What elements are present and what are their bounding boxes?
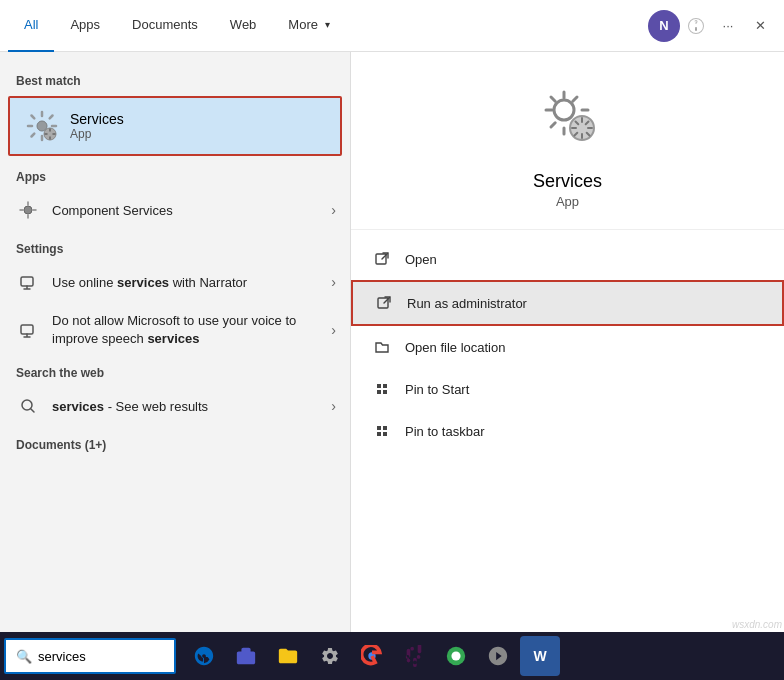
chevron-down-icon: ▾ <box>325 19 330 30</box>
best-match-title: Services <box>70 111 124 127</box>
voice-arrow: › <box>331 322 336 338</box>
component-services-arrow: › <box>331 202 336 218</box>
action-pin-to-taskbar[interactable]: Pin to taskbar <box>351 410 784 452</box>
apps-section-label: Apps <box>0 166 350 188</box>
edge-icon[interactable] <box>184 636 224 676</box>
top-navigation: All Apps Documents Web More ▾ N ··· ✕ <box>0 0 784 52</box>
search-input[interactable] <box>38 649 164 664</box>
word-icon[interactable]: W <box>520 636 560 676</box>
svg-point-7 <box>554 100 574 120</box>
web-search-arrow: › <box>331 398 336 414</box>
teams-icon[interactable] <box>226 636 266 676</box>
svg-rect-15 <box>377 426 381 430</box>
component-services-label: Component Services <box>52 203 331 218</box>
docs-section-label: Documents (1+) <box>0 434 350 456</box>
action-run-as-admin[interactable]: Run as administrator <box>351 280 784 326</box>
svg-point-0 <box>696 28 697 29</box>
svg-rect-9 <box>376 254 386 264</box>
app-detail-header: Services App <box>351 52 784 230</box>
action-open-file-location[interactable]: Open file location <box>351 326 784 368</box>
tab-all[interactable]: All <box>8 0 54 52</box>
tab-web[interactable]: Web <box>214 0 273 52</box>
tab-apps[interactable]: Apps <box>54 0 116 52</box>
action-pin-to-start[interactable]: Pin to Start <box>351 368 784 410</box>
list-item-voice[interactable]: Do not allow Microsoft to use your voice… <box>0 304 350 356</box>
best-match-text: Services App <box>70 111 124 141</box>
right-panel: Services App Open Run as administrator <box>350 52 784 632</box>
svg-rect-4 <box>21 277 33 286</box>
taskbar-icons: W <box>184 636 560 676</box>
pin-to-taskbar-icon <box>371 420 393 442</box>
open-icon <box>371 248 393 270</box>
watermark: wsxdn.com <box>732 619 782 630</box>
best-match-item[interactable]: Services App <box>8 96 342 156</box>
tab-documents[interactable]: Documents <box>116 0 214 52</box>
file-location-icon <box>371 336 393 358</box>
feedback-icon[interactable] <box>680 10 712 42</box>
pin-to-start-icon <box>371 378 393 400</box>
tab-more[interactable]: More ▾ <box>272 0 346 52</box>
ellipsis-icon[interactable]: ··· <box>712 10 744 42</box>
action-list: Open Run as administrator Open file loca… <box>351 230 784 460</box>
narrator-icon <box>14 268 42 296</box>
chrome-icon[interactable] <box>352 636 392 676</box>
main-layout: Best match Services App Apps <box>0 52 784 632</box>
run-as-admin-icon <box>373 292 395 314</box>
web-search-text: services - See web results <box>52 399 331 414</box>
left-panel: Best match Services App Apps <box>0 52 350 632</box>
best-match-label: Best match <box>0 70 350 92</box>
search-box[interactable]: 🔍 <box>4 638 176 674</box>
svg-rect-11 <box>377 384 381 388</box>
web-section-label: Search the web <box>0 362 350 384</box>
close-icon[interactable]: ✕ <box>744 10 776 42</box>
right-app-type: App <box>556 194 579 209</box>
services-app-icon <box>24 108 60 144</box>
list-item-narrator[interactable]: Use online services with Narrator › <box>0 260 350 304</box>
voice-icon <box>14 316 42 344</box>
settings-icon[interactable] <box>310 636 350 676</box>
user-avatar[interactable]: N <box>648 10 680 42</box>
svg-rect-5 <box>21 325 33 334</box>
svg-rect-13 <box>377 390 381 394</box>
svg-point-21 <box>451 651 460 660</box>
svg-rect-17 <box>377 432 381 436</box>
list-item-component-services[interactable]: Component Services › <box>0 188 350 232</box>
component-services-icon <box>14 196 42 224</box>
right-app-name: Services <box>533 171 602 192</box>
list-item-web-search[interactable]: services - See web results › <box>0 384 350 428</box>
taskbar-search-icon: 🔍 <box>16 649 32 664</box>
slack-icon[interactable] <box>394 636 434 676</box>
svg-point-3 <box>24 206 32 214</box>
narrator-arrow: › <box>331 274 336 290</box>
taskbar: 🔍 <box>0 632 784 680</box>
action-open[interactable]: Open <box>351 238 784 280</box>
svg-rect-10 <box>378 298 388 308</box>
svg-rect-14 <box>383 390 387 394</box>
file-explorer-icon[interactable] <box>268 636 308 676</box>
web-search-icon <box>14 392 42 420</box>
google-icon[interactable] <box>436 636 476 676</box>
voice-text: Do not allow Microsoft to use your voice… <box>52 312 331 348</box>
settings-section-label: Settings <box>0 238 350 260</box>
services-big-icon <box>536 82 600 159</box>
svg-rect-12 <box>383 384 387 388</box>
vpn-icon[interactable] <box>478 636 518 676</box>
narrator-text: Use online services with Narrator <box>52 275 331 290</box>
svg-rect-18 <box>383 432 387 436</box>
svg-rect-16 <box>383 426 387 430</box>
best-match-subtitle: App <box>70 127 124 141</box>
